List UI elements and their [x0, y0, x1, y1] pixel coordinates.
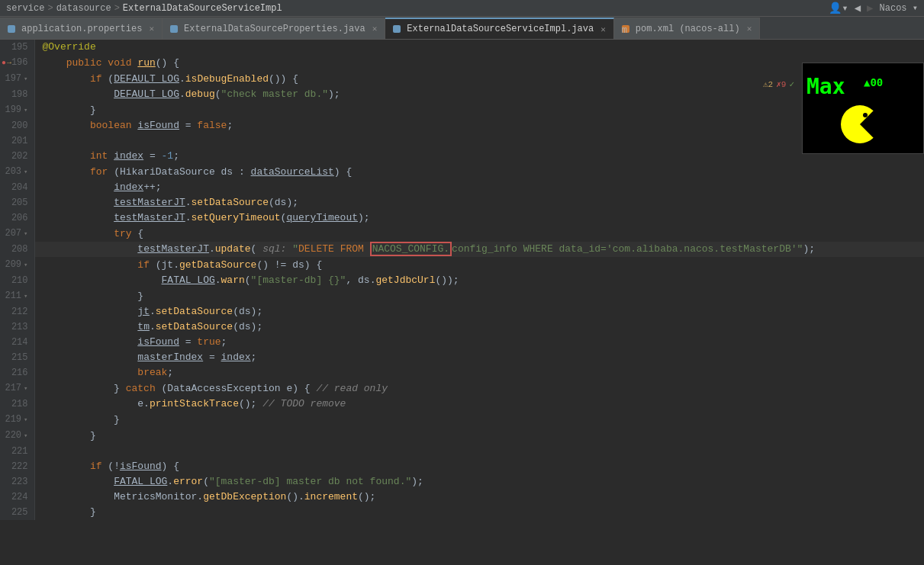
- code-line-content: if (jt.getDataSource() != ds) {: [34, 257, 924, 273]
- tab-ext-props[interactable]: ExternalDataSourceProperties.java ✕: [163, 18, 385, 39]
- code-line-content: break;: [34, 365, 924, 380]
- game-canvas: [803, 63, 924, 154]
- breadcrumb-datasource[interactable]: datasource: [56, 3, 111, 14]
- line-number: 213: [0, 319, 34, 335]
- forward-icon[interactable]: ▶: [867, 2, 873, 14]
- line-number: 199▾: [0, 102, 34, 118]
- line-number: 216: [0, 365, 34, 380]
- code-line-content: FATAL_LOG.error("[master-db] master db n…: [34, 474, 924, 490]
- code-line-content: jt.setDataSource(ds);: [34, 304, 924, 319]
- warning-count: ⚠2: [763, 79, 773, 89]
- line-number: 211▾: [0, 288, 34, 304]
- code-line-content: FATAL_LOG.warn("[master-db] {}", ds.getJ…: [34, 273, 924, 288]
- fold-icon[interactable]: ▾: [24, 385, 27, 393]
- tab-close-0[interactable]: ✕: [149, 24, 154, 34]
- code-line-content: tm.setDataSource(ds);: [34, 319, 924, 335]
- line-number: 215: [0, 350, 34, 365]
- code-line-content: testMasterJT.setDataSource(ds);: [34, 195, 924, 210]
- code-table: 195@Override●→196 public void run() {197…: [0, 40, 924, 520]
- line-number: 210: [0, 273, 34, 288]
- tab-ext-impl[interactable]: ExternalDataSourceServiceImpl.java ✕: [385, 18, 613, 39]
- fold-icon[interactable]: ▾: [24, 262, 27, 269]
- line-number: 212: [0, 304, 34, 319]
- fold-icon[interactable]: ▾: [24, 107, 27, 114]
- line-number: 214: [0, 335, 34, 350]
- line-number: 205: [0, 195, 34, 210]
- code-line-content: e.printStackTrace(); // TODO remove: [34, 396, 924, 412]
- code-line-content: testMasterJT.update( sql: "DELETE FROM N…: [34, 242, 924, 257]
- table-row: 199▾ }: [0, 102, 924, 118]
- line-number: 220▾: [0, 428, 34, 444]
- table-row: 204 index++;: [0, 180, 924, 195]
- topbar-right: 👤▾ ◀ ▶ Nacos ▾: [829, 2, 918, 14]
- tab-close-1[interactable]: ✕: [372, 24, 378, 34]
- table-row: 215 masterIndex = index;: [0, 350, 924, 365]
- table-row: 201: [0, 133, 924, 149]
- table-row: 224 MetricsMonitor.getDbException().incr…: [0, 490, 924, 505]
- table-row: 222 if (!isFound) {: [0, 459, 924, 474]
- line-number: 222: [0, 459, 34, 474]
- user-icon[interactable]: 👤▾: [829, 2, 848, 14]
- line-number: 223: [0, 474, 34, 490]
- table-row: 202 int index = -1;: [0, 149, 924, 164]
- table-row: 195@Override: [0, 40, 924, 55]
- line-number: 203▾: [0, 164, 34, 180]
- breakpoint-icon[interactable]: ●: [2, 56, 6, 71]
- tab-pom-xml[interactable]: m pom.xml (nacos-all) ✕: [614, 18, 760, 39]
- table-row: 211▾ }: [0, 288, 924, 304]
- code-line-content: masterIndex = index;: [34, 350, 924, 365]
- line-number: 201: [0, 133, 34, 149]
- table-row: 216 break;: [0, 365, 924, 380]
- tab-close-2[interactable]: ✕: [600, 24, 606, 34]
- error-count: ✗9: [776, 79, 786, 89]
- line-number: 208: [0, 242, 34, 257]
- line-number: ●→196: [0, 55, 34, 71]
- back-icon[interactable]: ◀: [855, 2, 861, 14]
- code-editor[interactable]: 195@Override●→196 public void run() {197…: [0, 40, 924, 565]
- line-number: 221: [0, 444, 34, 459]
- code-line-content: index++;: [34, 180, 924, 195]
- line-number: 217▾: [0, 380, 34, 396]
- breadcrumb-service[interactable]: service: [6, 3, 44, 14]
- tabs-bar: application.properties ✕ ExternalDataSou…: [0, 17, 924, 40]
- code-line-content: }: [34, 428, 924, 444]
- table-row: 223 FATAL_LOG.error("[master-db] master …: [0, 474, 924, 490]
- code-line-content: testMasterJT.setQueryTimeout(queryTimeou…: [34, 210, 924, 226]
- table-row: 210 FATAL_LOG.warn("[master-db] {}", ds.…: [0, 273, 924, 288]
- code-content[interactable]: ⚠2 ✗9 ✓ 195@Override●→196 public void ru…: [0, 40, 924, 565]
- table-row: 205 testMasterJT.setDataSource(ds);: [0, 195, 924, 210]
- table-row: ●→196 public void run() {: [0, 55, 924, 71]
- code-line-content: public void run() {: [34, 55, 924, 71]
- table-row: 198 DEFAULT_LOG.debug("check master db."…: [0, 87, 924, 102]
- line-number: 204: [0, 180, 34, 195]
- fold-icon[interactable]: ▾: [24, 416, 27, 424]
- code-line-content: }: [34, 102, 924, 118]
- tab-app-properties[interactable]: application.properties ✕: [0, 18, 163, 39]
- line-number: 225: [0, 505, 34, 520]
- breadcrumb-sep-1: >: [47, 3, 53, 14]
- code-line-content: for (HikariDataSource ds : dataSourceLis…: [34, 164, 924, 180]
- code-line-content: MetricsMonitor.getDbException().incremen…: [34, 490, 924, 505]
- table-row: 225 }: [0, 505, 924, 520]
- fold-icon[interactable]: ▾: [24, 230, 27, 238]
- line-number: 202: [0, 149, 34, 164]
- line-number: 218: [0, 396, 34, 412]
- line-number: 200: [0, 118, 34, 133]
- fold-icon[interactable]: ▾: [24, 169, 27, 176]
- fold-icon[interactable]: ▾: [24, 432, 27, 440]
- table-row: 209▾ if (jt.getDataSource() != ds) {: [0, 257, 924, 273]
- table-row: 206 testMasterJT.setQueryTimeout(queryTi…: [0, 210, 924, 226]
- line-number: 195: [0, 40, 34, 55]
- tab-close-3[interactable]: ✕: [747, 24, 752, 34]
- table-row: 203▾ for (HikariDataSource ds : dataSour…: [0, 164, 924, 180]
- breadcrumb-classname[interactable]: ExternalDataSourceServiceImpl: [123, 3, 282, 14]
- fold-icon[interactable]: ▾: [24, 75, 27, 83]
- code-line-content: if (!isFound) {: [34, 459, 924, 474]
- fold-icon[interactable]: ▾: [24, 293, 27, 300]
- code-line-content: int index = -1;: [34, 149, 924, 164]
- code-line-content: boolean isFound = false;: [34, 118, 924, 133]
- code-line-content: @Override: [34, 40, 924, 55]
- line-number: 197▾: [0, 71, 34, 87]
- table-row: 220▾ }: [0, 428, 924, 444]
- line-number: 207▾: [0, 226, 34, 242]
